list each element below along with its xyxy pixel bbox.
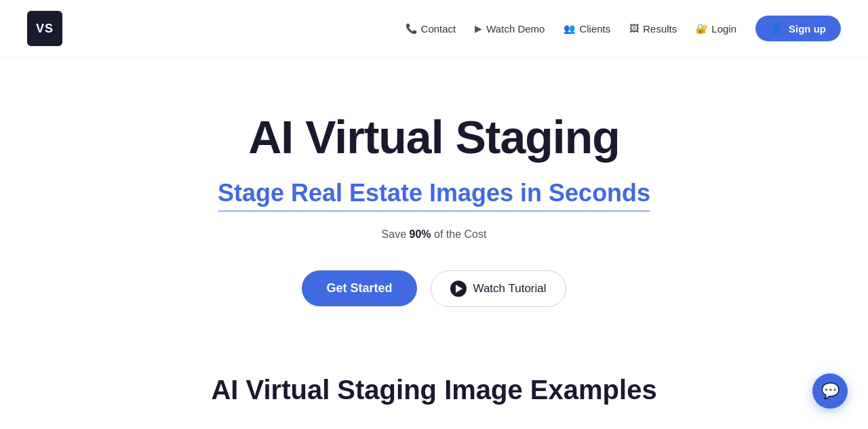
results-icon: 🖼 xyxy=(629,23,639,34)
hero-subtitle: Stage Real Estate Images in Seconds xyxy=(218,179,650,212)
hero-save-percent: 90% xyxy=(410,228,431,240)
nav-login[interactable]: 🔐 Login xyxy=(696,23,736,35)
hero-title: AI Virtual Staging xyxy=(248,112,619,163)
nav-clients[interactable]: 👥 Clients xyxy=(564,23,610,35)
navbar: VS 📞 Contact ▶ Watch Demo 👥 Clients 🖼 Re… xyxy=(0,0,868,58)
phone-icon: 📞 xyxy=(406,23,417,34)
examples-section: AI Virtual Staging Image Examples Before… xyxy=(0,348,868,429)
chat-icon: 💬 xyxy=(821,384,840,399)
signup-button[interactable]: 👤 Sign up xyxy=(755,16,841,41)
login-icon: 🔐 xyxy=(696,23,707,34)
examples-title: AI Virtual Staging Image Examples xyxy=(27,375,841,405)
hero-buttons: Get Started Watch Tutorial xyxy=(302,270,566,307)
signup-user-icon: 👤 xyxy=(770,22,783,35)
play-icon xyxy=(450,281,467,297)
play-circle-icon: ▶ xyxy=(475,23,482,34)
watch-tutorial-button[interactable]: Watch Tutorial xyxy=(431,270,566,307)
logo[interactable]: VS xyxy=(27,11,62,46)
nav-contact[interactable]: 📞 Contact xyxy=(406,23,456,35)
hero-save-text: Save 90% of the Cost xyxy=(382,228,487,241)
get-started-button[interactable]: Get Started xyxy=(302,270,416,306)
nav-links: 📞 Contact ▶ Watch Demo 👥 Clients 🖼 Resul… xyxy=(406,16,841,41)
hero-section: AI Virtual Staging Stage Real Estate Ima… xyxy=(0,58,868,348)
nav-watch-demo[interactable]: ▶ Watch Demo xyxy=(475,23,545,35)
chat-bubble-button[interactable]: 💬 xyxy=(812,373,848,409)
clients-icon: 👥 xyxy=(564,23,575,34)
nav-results[interactable]: 🖼 Results xyxy=(629,23,677,35)
